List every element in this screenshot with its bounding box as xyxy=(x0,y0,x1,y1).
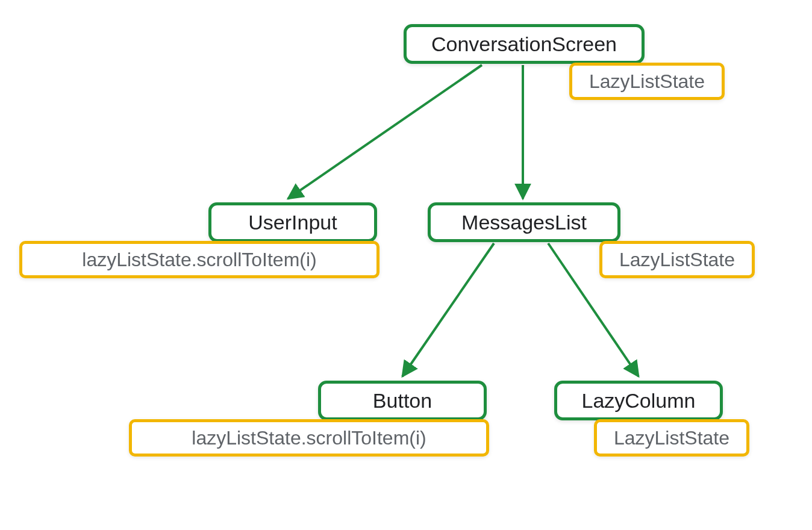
edge-conv-to-userinput xyxy=(288,65,482,199)
node-messages-list: MessagesList xyxy=(428,202,620,242)
node-lazy-column: LazyColumn xyxy=(554,381,723,420)
annot-messages-state: LazyListState xyxy=(599,241,755,278)
annot-button-action: lazyListState.scrollToItem(i) xyxy=(129,419,489,457)
edge-messages-to-button xyxy=(402,243,494,376)
annot-lazy-column-state: LazyListState xyxy=(594,419,749,457)
diagram-canvas: ConversationScreen LazyListState UserInp… xyxy=(0,0,812,530)
node-conversation-screen: ConversationScreen xyxy=(404,24,645,64)
node-button: Button xyxy=(318,381,487,420)
node-user-input: UserInput xyxy=(208,202,377,242)
annot-conversation-state: LazyListState xyxy=(569,63,725,100)
annot-user-input-action: lazyListState.scrollToItem(i) xyxy=(19,241,379,278)
